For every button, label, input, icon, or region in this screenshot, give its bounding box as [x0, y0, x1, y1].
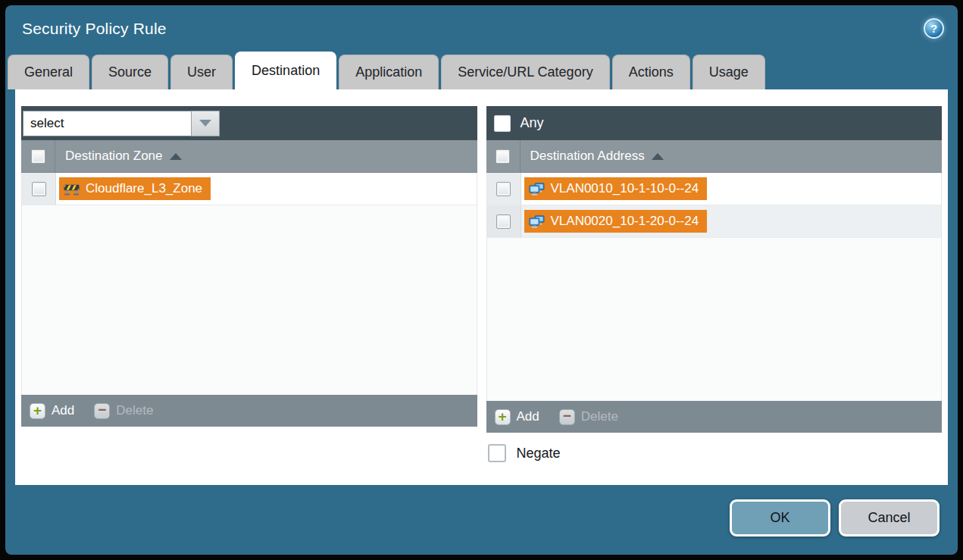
zone-delete-label: Delete [116, 403, 153, 418]
address-item-chip[interactable]: VLAN0010_10-1-10-0--24 [524, 177, 708, 200]
delete-icon: − [559, 409, 575, 425]
screen-frame: Security Policy Rule ? General Source Us… [0, 0, 963, 560]
cancel-button-label: Cancel [868, 510, 910, 526]
tab-general[interactable]: General [8, 55, 89, 89]
tab-usage[interactable]: Usage [693, 55, 765, 89]
address-item-label: VLAN0020_10-1-20-0--24 [551, 214, 699, 229]
address-select-all-checkbox[interactable] [496, 149, 510, 164]
zone-column-header: Destination Zone [21, 140, 477, 173]
address-row[interactable]: VLAN0010_10-1-10-0--24 [487, 173, 942, 205]
zone-panel-toolbar [21, 106, 477, 140]
address-item-label: VLAN0010_10-1-10-0--24 [551, 181, 699, 196]
dialog-footer: OK Cancel [5, 485, 958, 555]
dialog-tabs: General Source User Destination Applicat… [5, 52, 958, 89]
zone-item-label: Cloudflare_L3_Zone [86, 181, 202, 196]
zone-select-input[interactable] [23, 111, 191, 136]
zone-list: Cloudflare_L3_Zone [21, 173, 477, 395]
zone-item-chip[interactable]: Cloudflare_L3_Zone [59, 177, 211, 200]
zone-select-all-checkbox[interactable] [31, 149, 45, 164]
address-delete-label: Delete [581, 409, 618, 424]
address-list: VLAN0010_10-1-10-0--24 [486, 173, 943, 401]
address-add-label: Add [517, 409, 539, 424]
address-column-title[interactable]: Destination Address [530, 149, 645, 164]
zone-select-dropdown-button[interactable] [191, 111, 220, 136]
address-icon [529, 215, 545, 228]
zone-row[interactable]: Cloudflare_L3_Zone [22, 173, 477, 205]
destination-address-panel: Any Destination Address [486, 106, 943, 433]
tab-destination[interactable]: Destination [235, 52, 336, 89]
cancel-button[interactable]: Cancel [839, 499, 940, 537]
tab-source[interactable]: Source [92, 55, 168, 89]
security-policy-rule-dialog: Security Policy Rule ? General Source Us… [5, 5, 958, 555]
address-delete-button[interactable]: − Delete [559, 409, 618, 425]
delete-icon: − [94, 403, 110, 419]
zone-add-button[interactable]: + Add [30, 403, 74, 419]
add-icon: + [30, 403, 45, 419]
address-row[interactable]: VLAN0020_10-1-20-0--24 [487, 205, 942, 238]
sort-ascending-icon [170, 153, 182, 160]
tab-destination-label: Destination [252, 63, 320, 79]
destination-zone-panel: Destination Zone [21, 106, 477, 433]
zone-row-checkbox-cell [22, 173, 56, 205]
tab-application[interactable]: Application [339, 55, 439, 89]
any-checkbox[interactable] [494, 115, 511, 132]
address-row-checkbox[interactable] [496, 182, 511, 196]
address-header-checkbox-cell [486, 140, 521, 172]
tab-service-url-category[interactable]: Service/URL Category [441, 55, 609, 89]
zone-delete-button[interactable]: − Delete [94, 403, 153, 419]
negate-label: Negate [517, 446, 561, 461]
negate-row: Negate [21, 444, 942, 462]
help-glyph: ? [930, 22, 937, 35]
ok-button-label: OK [770, 510, 789, 526]
address-icon [529, 183, 545, 196]
address-panel-toolbar: Any [486, 106, 943, 140]
address-row-checkbox-cell [487, 173, 521, 205]
tab-general-label: General [24, 64, 73, 80]
help-icon[interactable]: ? [924, 18, 944, 39]
tab-application-label: Application [355, 64, 422, 80]
ok-button[interactable]: OK [730, 499, 830, 537]
tab-service-url-category-label: Service/URL Category [458, 64, 592, 80]
zone-header-checkbox-cell [21, 140, 55, 172]
tab-user-label: User [187, 64, 216, 80]
zone-row-checkbox[interactable] [32, 182, 46, 196]
address-row-checkbox[interactable] [496, 214, 511, 229]
zone-column-title[interactable]: Destination Zone [65, 149, 163, 164]
negate-checkbox[interactable] [488, 444, 506, 462]
add-icon: + [495, 409, 511, 425]
any-label: Any [521, 115, 544, 131]
tab-actions-label: Actions [629, 64, 674, 80]
tab-user[interactable]: User [170, 55, 233, 89]
tab-source-label: Source [108, 64, 152, 80]
tab-usage-label: Usage [709, 64, 749, 80]
address-panel-footer: + Add − Delete [486, 401, 943, 433]
tab-content-destination: Destination Zone [15, 89, 948, 485]
address-add-button[interactable]: + Add [495, 409, 539, 425]
address-item-chip[interactable]: VLAN0020_10-1-20-0--24 [524, 210, 708, 233]
address-row-checkbox-cell [487, 205, 521, 237]
tab-actions[interactable]: Actions [612, 55, 690, 89]
zone-icon [64, 183, 80, 196]
dialog-title: Security Policy Rule [22, 20, 167, 38]
address-column-header: Destination Address [486, 140, 943, 173]
destination-panels: Destination Zone [21, 106, 942, 433]
sort-ascending-icon [652, 153, 664, 160]
zone-panel-footer: + Add − Delete [21, 395, 477, 427]
zone-select-combobox [23, 111, 220, 136]
chevron-down-icon [199, 120, 211, 127]
dialog-titlebar: Security Policy Rule ? [5, 5, 958, 52]
zone-add-label: Add [52, 403, 74, 418]
